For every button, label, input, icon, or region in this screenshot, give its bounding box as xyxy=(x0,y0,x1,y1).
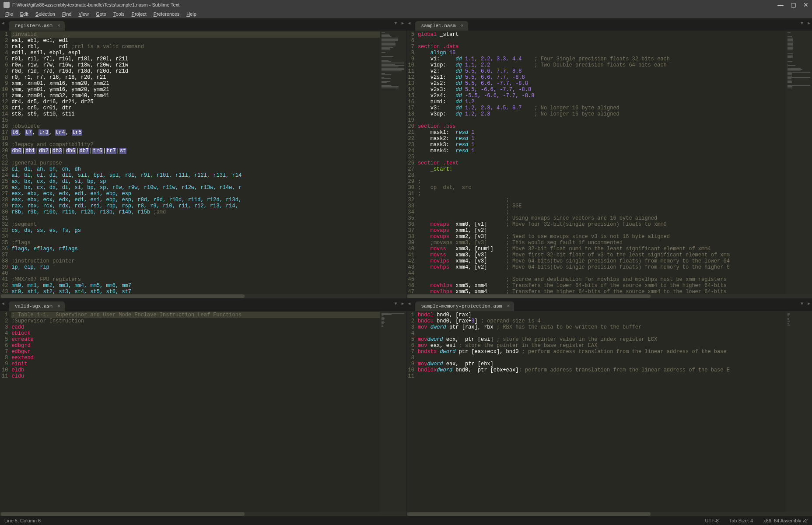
tab-scroll-left-icon[interactable]: ◄ xyxy=(408,301,411,306)
close-button[interactable]: ✕ xyxy=(803,1,808,8)
minimap[interactable] xyxy=(786,311,812,512)
code-area[interactable]: bndcl bnd0, [rax]bndcu bnd0, [rax+3] ; o… xyxy=(418,311,786,512)
close-icon[interactable]: × xyxy=(57,23,60,28)
tab-scroll-right-icon[interactable]: ► xyxy=(808,21,810,26)
horizontal-scrollbar[interactable] xyxy=(406,512,812,516)
menu-edit[interactable]: Edit xyxy=(17,10,32,18)
menu-view[interactable]: View xyxy=(75,10,92,18)
menu-file[interactable]: File xyxy=(2,10,17,18)
editor[interactable]: 1234567891011121314151617181920212223242… xyxy=(0,31,406,294)
tab-sample1-nasm[interactable]: sample1.nasm × xyxy=(415,21,468,31)
menu-preferences[interactable]: Preferences xyxy=(150,10,183,18)
tab-dropdown-icon[interactable]: ▼ xyxy=(394,301,397,306)
menubar: FileEditSelectionFindViewGotoToolsProjec… xyxy=(0,10,812,18)
menu-goto[interactable]: Goto xyxy=(92,10,110,18)
editor[interactable]: 1234567891011 ; Table 1-1. Supervisor an… xyxy=(0,311,406,512)
minimize-button[interactable]: — xyxy=(777,1,784,8)
tab-scroll-left-icon[interactable]: ◄ xyxy=(2,301,4,306)
horizontal-scrollbar[interactable] xyxy=(0,294,406,298)
app-icon xyxy=(4,2,10,8)
code-area[interactable]: global _startsection .data align 16 v1: … xyxy=(418,31,786,294)
minimap[interactable] xyxy=(786,31,812,294)
window-title: F:\Work\git\x86-assembly-textmate-bundle… xyxy=(12,2,179,7)
horizontal-scrollbar[interactable] xyxy=(0,512,406,516)
tab-scroll-right-icon[interactable]: ► xyxy=(401,301,404,306)
editor-panes: ◄ registers.asm × ▼ ► 123456789101112131… xyxy=(0,18,812,516)
menu-selection[interactable]: Selection xyxy=(32,10,59,18)
pane-bottom-right: ◄ sample-memory-protection.asm × ▼ ► 123… xyxy=(406,299,812,516)
status-indent[interactable]: Tab Size: 4 xyxy=(729,518,753,523)
tab-scroll-right-icon[interactable]: ► xyxy=(401,21,404,26)
close-icon[interactable]: × xyxy=(507,304,510,309)
minimap[interactable] xyxy=(380,311,406,512)
status-syntax[interactable]: x86_64 Assembly v2 xyxy=(763,518,808,523)
tab-scroll-right-icon[interactable]: ► xyxy=(808,301,810,306)
tab-dropdown-icon[interactable]: ▼ xyxy=(801,301,803,306)
menu-find[interactable]: Find xyxy=(59,10,75,18)
menu-help[interactable]: Help xyxy=(183,10,200,18)
gutter: 1234567891011121314151617181920212223242… xyxy=(0,31,11,294)
tab-row: ◄ sample1.nasm × ▼ ► xyxy=(406,18,812,31)
gutter: 1234567891011 xyxy=(0,311,11,512)
menu-tools[interactable]: Tools xyxy=(110,10,128,18)
gutter: 1234567891011 xyxy=(406,311,418,512)
editor[interactable]: 1234567891011 bndcl bnd0, [rax]bndcu bnd… xyxy=(406,311,812,512)
tab-row: ◄ sample-memory-protection.asm × ▼ ► xyxy=(406,299,812,311)
maximize-button[interactable]: ▢ xyxy=(791,1,796,8)
tab-row: ◄ valid-sgx.asm × ▼ ► xyxy=(0,299,406,311)
statusbar: Line 5, Column 6 UTF-8 Tab Size: 4 x86_6… xyxy=(0,516,812,525)
tab-dropdown-icon[interactable]: ▼ xyxy=(801,21,803,26)
pane-bottom-left: ◄ valid-sgx.asm × ▼ ► 1234567891011 ; Ta… xyxy=(0,299,406,516)
gutter: 5678910111213141516171819202122232425262… xyxy=(406,31,418,294)
minimap[interactable] xyxy=(380,31,406,294)
code-area[interactable]: ;invalideal, ebl, ecl, edlral, rbl, rdl … xyxy=(11,31,379,294)
status-encoding[interactable]: UTF-8 xyxy=(705,518,719,523)
pane-top-left: ◄ registers.asm × ▼ ► 123456789101112131… xyxy=(0,18,406,298)
tab-sample-memory-protection-asm[interactable]: sample-memory-protection.asm × xyxy=(415,301,514,311)
code-area[interactable]: ; Table 1-1. Supervisor and User Mode En… xyxy=(11,311,379,512)
status-position[interactable]: Line 5, Column 6 xyxy=(4,518,41,523)
close-icon[interactable]: × xyxy=(461,23,464,28)
tab-valid-sgx-asm[interactable]: valid-sgx.asm × xyxy=(9,301,65,311)
tab-row: ◄ registers.asm × ▼ ► xyxy=(0,18,406,31)
tab-registers-asm[interactable]: registers.asm × xyxy=(9,21,65,31)
tab-scroll-left-icon[interactable]: ◄ xyxy=(2,21,4,26)
titlebar: F:\Work\git\x86-assembly-textmate-bundle… xyxy=(0,0,812,10)
tab-scroll-left-icon[interactable]: ◄ xyxy=(408,21,411,26)
close-icon[interactable]: × xyxy=(57,304,60,309)
horizontal-scrollbar[interactable] xyxy=(406,294,812,298)
menu-project[interactable]: Project xyxy=(128,10,150,18)
tab-dropdown-icon[interactable]: ▼ xyxy=(394,21,397,26)
editor[interactable]: 5678910111213141516171819202122232425262… xyxy=(406,31,812,294)
pane-top-right: ◄ sample1.nasm × ▼ ► 5678910111213141516… xyxy=(406,18,812,298)
